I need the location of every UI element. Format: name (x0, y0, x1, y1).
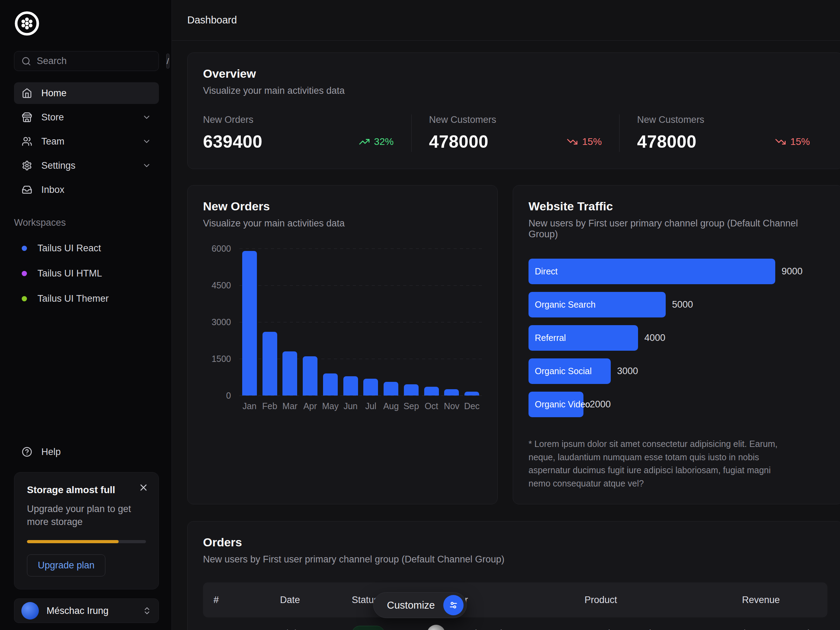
product-name: Luxurious Metal Computer (584, 628, 742, 630)
search-input[interactable] (37, 56, 161, 66)
chevron-down-icon (142, 161, 151, 170)
store-icon (22, 112, 32, 123)
customer-name: Angel Hand (453, 628, 502, 630)
sidebar-nav: Home Store Team Settings Inbox (14, 82, 159, 201)
search-shortcut-kbd: / (166, 54, 169, 69)
traffic-row-organic-video: Organic Video 2000 (529, 392, 827, 417)
sidebar-item-label: Inbox (41, 185, 65, 195)
app-logo-icon[interactable] (14, 11, 40, 36)
main-area: Dashboard Overview Visualize your main a… (172, 0, 840, 630)
sidebar-item-label: Settings (41, 160, 76, 171)
traffic-bar: Organic Video (529, 392, 583, 417)
stat-label: New Customers (429, 114, 602, 125)
customize-button[interactable]: Customize (373, 592, 467, 618)
workspace-item-tailus-ui-react[interactable]: Tailus UI React (14, 238, 159, 258)
stat-trend: 32% (359, 136, 394, 147)
stat-trend: 15% (567, 136, 602, 147)
traffic-row-organic-social: Organic Social 3000 (529, 358, 827, 384)
chart-subtitle: Visualize your main activities data (203, 218, 482, 229)
traffic-row-referral: Referral 4000 (529, 325, 827, 351)
traffic-value: 3000 (617, 366, 638, 377)
traffic-title: Website Traffic (529, 199, 827, 213)
row-menu-kebab-icon[interactable]: ⋮ (802, 627, 815, 630)
inbox-icon (22, 185, 32, 195)
bar-jun (343, 376, 358, 395)
workspaces-section-label: Workspaces (14, 217, 159, 228)
avatar (21, 602, 39, 619)
traffic-row-direct: Direct 9000 (529, 259, 827, 284)
trending-up-icon (359, 136, 370, 147)
revenue: $311.03 (742, 628, 802, 630)
sidebar-item-settings[interactable]: Settings (14, 155, 159, 177)
traffic-bar: Referral (529, 325, 638, 351)
sidebar-item-label: Home (41, 88, 66, 99)
chevrons-up-down-icon (142, 606, 152, 615)
user-name: Méschac Irung (47, 605, 109, 616)
workspace-label: Tailus UI Themer (38, 293, 109, 304)
workspace-label: Tailus UI HTML (38, 268, 102, 279)
close-icon[interactable] (138, 482, 149, 493)
help-label: Help (41, 447, 61, 458)
bar-jul (363, 379, 378, 395)
sidebar: / Home Store Team Settings Inbox Workspa… (0, 0, 172, 630)
help-button[interactable]: Help (14, 441, 159, 463)
orders-title: Orders (203, 535, 827, 549)
workspaces-list: Tailus UI React Tailus UI HTML Tailus UI… (14, 238, 159, 309)
sidebar-item-store[interactable]: Store (14, 106, 159, 128)
sidebar-item-label: Store (41, 112, 64, 123)
bars (239, 248, 482, 395)
chart-title: New Orders (203, 199, 482, 213)
traffic-value: 9000 (782, 266, 802, 277)
upgrade-plan-button[interactable]: Upgrade plan (27, 554, 105, 576)
stat-value: 639400 (203, 132, 262, 152)
bar-apr (303, 356, 317, 395)
traffic-bar: Organic Search (529, 292, 666, 317)
storage-alert-card: Storage almost full Upgrade your plan to… (14, 472, 159, 589)
chevron-down-icon (142, 137, 151, 146)
sidebar-item-home[interactable]: Home (14, 82, 159, 104)
help-circle-icon (22, 447, 32, 457)
col-revenue: Revenue (742, 595, 802, 605)
customize-label: Customize (387, 600, 435, 611)
overview-title: Overview (203, 67, 827, 81)
trending-down-icon (775, 136, 786, 147)
sliders-icon (444, 595, 464, 615)
order-id: #2053 (213, 628, 280, 630)
home-icon (22, 88, 32, 98)
user-menu[interactable]: Méschac Irung (14, 598, 159, 623)
workspace-dot (22, 246, 27, 251)
overview-card: Overview Visualize your main activities … (187, 52, 840, 169)
storage-description: Upgrade your plan to get more storage (27, 503, 146, 528)
stat-new-orders: New Orders 639400 32% (203, 114, 411, 152)
bar-may (323, 373, 338, 395)
bar-jan (242, 251, 257, 395)
trending-down-icon (567, 136, 578, 147)
traffic-value: 5000 (672, 299, 693, 310)
bar-mar (283, 351, 297, 395)
traffic-row-organic-search: Organic Search 5000 (529, 292, 827, 317)
bar-sep (404, 384, 418, 395)
x-axis: JanFeb MarApr MayJun JulAug SepOct NovDe… (239, 401, 482, 411)
stat-label: New Orders (203, 114, 394, 125)
storage-progress-track (27, 540, 146, 543)
bar-feb (262, 332, 277, 395)
traffic-footnote: * Lorem ipsum dolor sit amet consectetur… (529, 437, 794, 490)
workspace-item-tailus-ui-html[interactable]: Tailus UI HTML (14, 263, 159, 284)
stat-trend: 15% (775, 136, 810, 147)
workspace-item-tailus-ui-themer[interactable]: Tailus UI Themer (14, 288, 159, 309)
sidebar-item-team[interactable]: Team (14, 131, 159, 152)
sidebar-item-label: Team (41, 136, 65, 147)
traffic-bars: Direct 9000 Organic Search 5000 Referral… (529, 259, 827, 417)
storage-title: Storage almost full (27, 485, 146, 496)
traffic-bar: Organic Social (529, 358, 611, 384)
status-badge: Paid (352, 626, 385, 630)
stat-label: New Customers (637, 114, 810, 125)
order-date: 1/4/2024 (280, 628, 352, 630)
sidebar-item-inbox[interactable]: Inbox (14, 179, 159, 201)
workspace-label: Tailus UI React (38, 243, 101, 254)
col-id: # (213, 595, 280, 605)
traffic-value: 2000 (590, 399, 611, 410)
search-icon (21, 56, 31, 66)
bar-oct (424, 387, 439, 395)
gridline (239, 395, 482, 396)
